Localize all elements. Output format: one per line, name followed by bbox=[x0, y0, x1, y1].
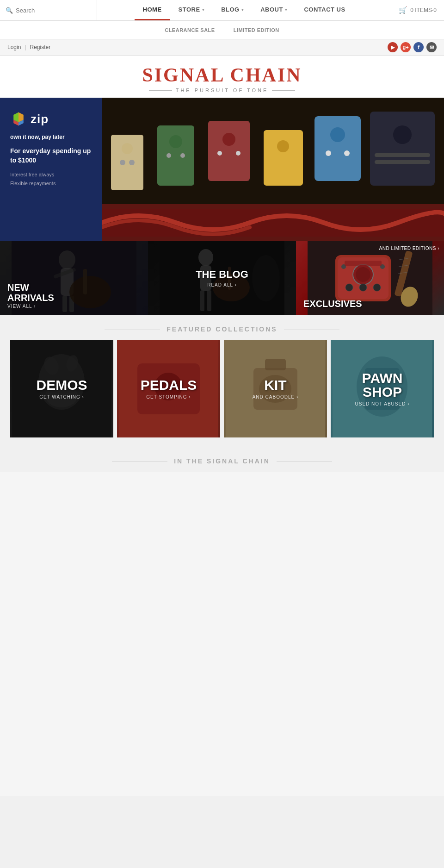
social-icons: ▶ g+ f ✉ bbox=[388, 42, 437, 52]
blog-text: THE BLOG READ ALL › bbox=[148, 241, 296, 315]
demos-sub: GET WATCHING › bbox=[36, 394, 87, 400]
pawn-sub: USED NOT ABUSED › bbox=[355, 401, 410, 406]
svg-point-18 bbox=[217, 151, 222, 156]
site-logo-title[interactable]: SIGNAL CHAIN bbox=[0, 64, 444, 86]
pawn-bg: PAWN SHOP USED NOT ABUSED › bbox=[331, 340, 434, 437]
demos-collection-card[interactable]: DEMOS GET WATCHING › bbox=[10, 340, 113, 437]
register-link[interactable]: Register bbox=[30, 44, 51, 50]
kit-collection-card[interactable]: KIT AND CABOODLE › bbox=[224, 340, 327, 437]
pawn-text: PAWN SHOP USED NOT ABUSED › bbox=[355, 371, 410, 406]
main-nav: HOME STORE ▾ BLOG ▾ ABOUT ▾ CONTACT US bbox=[97, 0, 391, 20]
nav-item-home[interactable]: HOME bbox=[135, 0, 170, 20]
svg-point-23 bbox=[330, 127, 345, 142]
pawn-collection-card[interactable]: PAWN SHOP USED NOT ABUSED › bbox=[331, 340, 434, 437]
svg-point-25 bbox=[344, 150, 350, 156]
search-icon: 🔍 bbox=[6, 7, 13, 14]
kit-bg: KIT AND CABOODLE › bbox=[224, 340, 327, 437]
kit-sub: AND CABOODLE › bbox=[253, 394, 299, 400]
secondary-nav: CLEARANCE SALE LIMITED EDITION bbox=[0, 21, 444, 39]
demos-bg: DEMOS GET WATCHING › bbox=[10, 340, 113, 437]
google-plus-icon[interactable]: g+ bbox=[401, 42, 411, 52]
new-arrivals-sub: VIEW ALL › bbox=[7, 304, 54, 309]
mail-icon[interactable]: ✉ bbox=[426, 42, 437, 52]
cart-area[interactable]: 🛒 0 ITEMS · 0 bbox=[391, 0, 444, 20]
exclusives-text: EXCLUSIVES bbox=[303, 299, 362, 309]
pawn-title: PAWN SHOP bbox=[355, 371, 410, 399]
nav-item-contact[interactable]: CONTACT US bbox=[296, 0, 353, 20]
clearance-sale-link[interactable]: CLEARANCE SALE bbox=[155, 25, 224, 35]
svg-rect-12 bbox=[157, 125, 194, 186]
exclusives-panel[interactable]: AND LIMITED EDITIONS › EXCLUSIVES bbox=[296, 241, 444, 315]
zip-feature-1: Interest free always bbox=[10, 170, 56, 179]
zip-main-text: For everyday spending up to $1000 bbox=[10, 147, 92, 165]
svg-rect-26 bbox=[370, 112, 435, 186]
svg-rect-29 bbox=[375, 160, 430, 164]
pedals-text: PEDALS GET STOMPING › bbox=[141, 378, 197, 400]
search-area: 🔍 bbox=[0, 0, 97, 20]
featured-collections-title: FEATURED COLLECTIONS bbox=[0, 315, 444, 340]
collections-grid: DEMOS GET WATCHING › PEDALS GET STOMPING… bbox=[0, 340, 444, 447]
zip-feature-2: Flexible repayments bbox=[10, 179, 56, 188]
chevron-down-icon: ▾ bbox=[202, 7, 205, 12]
chevron-down-icon: ▾ bbox=[241, 7, 244, 12]
svg-rect-22 bbox=[314, 116, 361, 181]
new-arrivals-title: NEWARRIVALS bbox=[7, 282, 54, 303]
login-link[interactable]: Login bbox=[7, 44, 21, 50]
facebook-icon[interactable]: f bbox=[413, 42, 424, 52]
svg-point-10 bbox=[120, 160, 125, 165]
zip-brand-text: zip bbox=[31, 112, 49, 126]
svg-point-15 bbox=[180, 153, 185, 158]
pedals-collection-card[interactable]: PEDALS GET STOMPING › bbox=[117, 340, 220, 437]
youtube-icon[interactable]: ▶ bbox=[388, 42, 398, 52]
pedals-bg: PEDALS GET STOMPING › bbox=[117, 340, 220, 437]
panels-row: NEWARRIVALS VIEW ALL › THE BLO bbox=[0, 241, 444, 315]
new-arrivals-bg: NEWARRIVALS VIEW ALL › bbox=[0, 241, 148, 315]
zip-promo-panel[interactable]: zip own it now, pay later For everyday s… bbox=[0, 98, 102, 241]
account-bar: Login | Register ▶ g+ f ✉ bbox=[0, 39, 444, 56]
signal-chain-title: IN THE SIGNAL CHAIN bbox=[0, 447, 444, 472]
pedals-sub: GET STOMPING › bbox=[141, 394, 197, 400]
svg-point-27 bbox=[393, 125, 412, 144]
kit-title: KIT bbox=[253, 378, 299, 392]
pedals-title: PEDALS bbox=[141, 378, 197, 392]
the-blog-bg: THE BLOG READ ALL › bbox=[148, 241, 296, 315]
svg-point-21 bbox=[277, 140, 289, 152]
chevron-down-icon: ▾ bbox=[285, 7, 288, 12]
logo-area: SIGNAL CHAIN THE PURSUIT OF TONE bbox=[0, 56, 444, 98]
svg-point-14 bbox=[166, 153, 171, 158]
blog-sub: READ ALL › bbox=[207, 282, 237, 287]
site-logo-subtitle: THE PURSUIT OF TONE bbox=[0, 87, 444, 93]
nav-item-store[interactable]: STORE ▾ bbox=[170, 0, 213, 20]
search-input[interactable] bbox=[16, 7, 91, 14]
svg-point-17 bbox=[222, 133, 235, 146]
blog-title: THE BLOG bbox=[196, 269, 248, 280]
the-blog-panel[interactable]: THE BLOG READ ALL › bbox=[148, 241, 296, 315]
zip-brand-icon bbox=[10, 111, 27, 127]
new-arrivals-panel[interactable]: NEWARRIVALS VIEW ALL › bbox=[0, 241, 148, 315]
zip-tagline: own it now, pay later bbox=[10, 134, 65, 140]
cart-label: 0 ITEMS bbox=[410, 7, 432, 13]
exclusives-bg: AND LIMITED EDITIONS › EXCLUSIVES bbox=[296, 241, 444, 315]
svg-point-19 bbox=[236, 151, 240, 156]
cart-count: 0 bbox=[433, 7, 437, 13]
zip-features: Interest free always Flexible repayments bbox=[10, 170, 56, 187]
svg-point-13 bbox=[169, 135, 182, 148]
cart-icon: 🛒 bbox=[399, 6, 407, 14]
svg-rect-20 bbox=[264, 130, 303, 186]
zip-tagline-text: it now, pay later bbox=[23, 134, 64, 140]
demos-text: DEMOS GET WATCHING › bbox=[36, 378, 87, 400]
hero-image-bg bbox=[102, 98, 444, 241]
signal-chain-section: IN THE SIGNAL CHAIN bbox=[0, 447, 444, 815]
svg-point-24 bbox=[326, 150, 331, 156]
svg-rect-28 bbox=[375, 153, 430, 157]
nav-item-blog[interactable]: BLOG ▾ bbox=[213, 0, 252, 20]
nav-item-about[interactable]: ABOUT ▾ bbox=[252, 0, 296, 20]
separator: | bbox=[25, 44, 26, 50]
svg-point-11 bbox=[129, 160, 135, 165]
exclusives-title: EXCLUSIVES bbox=[303, 299, 362, 309]
svg-point-9 bbox=[122, 143, 133, 154]
limited-edition-link[interactable]: LIMITED EDITION bbox=[224, 25, 289, 35]
svg-rect-16 bbox=[208, 121, 250, 181]
kit-text: KIT AND CABOODLE › bbox=[253, 378, 299, 400]
pedal-board-svg bbox=[102, 98, 444, 241]
